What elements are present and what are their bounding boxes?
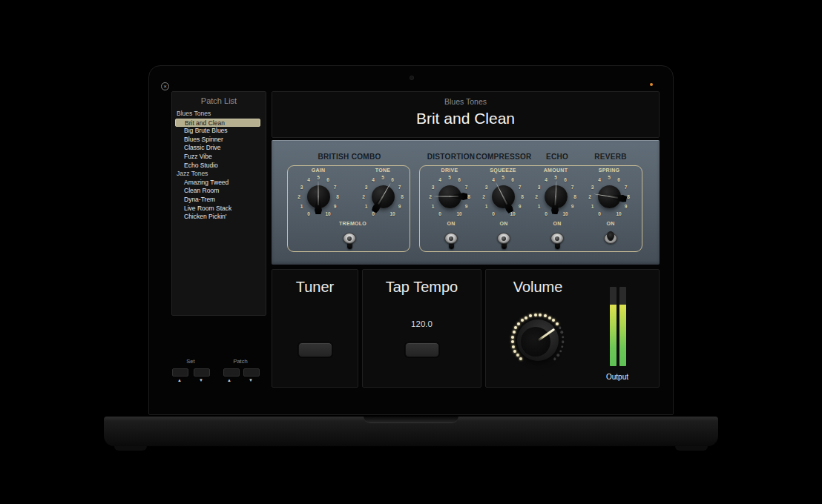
switch-base	[444, 233, 458, 244]
meter-left	[610, 287, 616, 366]
toggle-switch[interactable]	[604, 229, 617, 250]
reverb-on-switch[interactable]: ON	[600, 221, 621, 250]
record-status-dot	[650, 83, 653, 86]
toggle-switch[interactable]	[550, 229, 564, 250]
lid-scoop	[364, 417, 458, 423]
knob-pointer	[315, 180, 322, 214]
gain-knob[interactable]: GAIN012345678910	[296, 171, 341, 222]
output-meters	[610, 287, 626, 366]
switch-label: ON	[600, 221, 621, 228]
camera-icon	[410, 76, 413, 79]
switch-base	[550, 233, 564, 244]
spring-knob[interactable]: SPRING012345678910	[587, 171, 631, 222]
switch-label: ON	[441, 221, 461, 228]
tremolo-switch[interactable]: TREMOLO	[339, 221, 360, 250]
tuner-title: Tuner	[272, 279, 358, 296]
volume-pointer	[537, 328, 555, 341]
laptop-foot	[675, 446, 708, 451]
knob-pointer	[592, 190, 627, 203]
section-title-british-combo: BRITISH COMBO	[318, 153, 381, 161]
volume-knob[interactable]	[508, 311, 568, 370]
switch-base	[343, 233, 356, 244]
tuner-button[interactable]	[298, 342, 332, 357]
knob-pointer	[371, 180, 395, 213]
patch-list-title: Patch List	[172, 96, 266, 105]
switch-label: ON	[493, 221, 514, 228]
distortion-on-switch[interactable]: ON	[441, 221, 461, 250]
tempo-value: 120.0	[363, 319, 481, 328]
volume-title: Volume	[486, 279, 590, 296]
patch-down-button[interactable]	[243, 368, 260, 377]
switch-label: TREMOLO	[339, 221, 360, 228]
switch-label: ON	[547, 221, 568, 228]
switch-base	[497, 233, 510, 244]
knob-label: DRIVE	[427, 168, 472, 173]
set-down-icon[interactable]: ▼	[195, 378, 207, 382]
section-title-distortion: DISTORTION	[427, 153, 475, 161]
toggle-switch[interactable]	[343, 229, 356, 250]
amount-knob[interactable]: AMOUNT012345678910	[533, 171, 578, 222]
output-label: Output	[594, 373, 641, 381]
desktop-background: × Patch List Blues TonesBrit and CleanBi…	[0, 0, 822, 504]
switch-handle	[607, 231, 614, 240]
meter-right	[619, 287, 626, 366]
set-down-button[interactable]	[194, 368, 210, 377]
squeeze-knob[interactable]: SQUEEZE012345678910	[481, 171, 525, 222]
patch-list-item[interactable]: Amazing Tweed	[175, 179, 260, 188]
patch-list-item[interactable]: Dyna-Trem	[175, 196, 260, 205]
laptop-screen: × Patch List Blues TonesBrit and CleanBi…	[148, 65, 674, 415]
patch-list-item[interactable]: Chicken Pickin'	[175, 213, 260, 222]
page-title: Brit and Clean	[272, 110, 659, 127]
patch-group-label: Blues Tones	[175, 110, 260, 119]
patch-list-item[interactable]: Fuzz Vibe	[175, 153, 260, 162]
patch-list-item[interactable]: Classic Drive	[175, 144, 260, 153]
section-title-reverb: REVERB	[594, 153, 626, 161]
set-up-icon[interactable]: ▲	[174, 378, 185, 382]
laptop-base	[104, 417, 718, 446]
knob-label: AMOUNT	[533, 168, 578, 173]
toggle-switch[interactable]	[444, 229, 458, 250]
patch-down-icon[interactable]: ▼	[245, 378, 257, 382]
patch-group-label: Jazz Tones	[175, 170, 260, 179]
set-up-button[interactable]	[172, 368, 188, 377]
knob-pointer	[493, 180, 515, 214]
tone-knob[interactable]: TONE012345678910	[361, 171, 405, 222]
volume-panel: Volume Output	[485, 269, 660, 388]
patch-up-icon[interactable]: ▲	[223, 378, 235, 382]
tap-tempo-button[interactable]	[405, 342, 439, 357]
patch-list-items: Blues TonesBrit and CleanBig Brute Blues…	[172, 110, 266, 222]
tuner-panel: Tuner	[272, 269, 358, 388]
section-title-compressor: COMPRESSOR	[476, 153, 531, 161]
patch-list-item[interactable]: Blues Spinner	[175, 136, 260, 145]
knob-pointer	[433, 193, 467, 200]
knob-label: GAIN	[296, 168, 341, 173]
amp-control-panel: BRITISH COMBO DISTORTION COMPRESSOR ECHO…	[272, 140, 660, 265]
toggle-switch[interactable]	[497, 229, 510, 250]
patch-group-name: Blues Tones	[272, 97, 659, 106]
patch-list-item[interactable]: Brit and Clean	[175, 119, 260, 127]
laptop-foot	[114, 446, 147, 451]
drive-knob[interactable]: DRIVE012345678910	[427, 171, 472, 222]
close-icon[interactable]: ×	[161, 82, 169, 90]
patch-list-panel: Patch List Blues TonesBrit and CleanBig …	[171, 91, 266, 316]
tap-tempo-panel: Tap Tempo 120.0	[362, 269, 481, 388]
patch-up-button[interactable]	[223, 368, 240, 377]
patch-header-panel: Blues Tones Brit and Clean	[272, 91, 660, 138]
patch-list-item[interactable]: Echo Studio	[175, 162, 260, 170]
knob-pointer	[551, 180, 560, 214]
set-label: Set	[168, 358, 213, 365]
compressor-on-switch[interactable]: ON	[493, 221, 514, 250]
patch-label: Patch	[218, 358, 263, 365]
tap-tempo-title: Tap Tempo	[363, 279, 481, 296]
patch-list-item[interactable]: Live Room Stack	[175, 205, 260, 213]
echo-on-switch[interactable]: ON	[547, 221, 568, 250]
section-title-echo: ECHO	[546, 153, 568, 161]
patch-list-item[interactable]: Clean Room	[175, 187, 260, 196]
patch-list-item[interactable]: Big Brute Blues	[175, 127, 260, 136]
